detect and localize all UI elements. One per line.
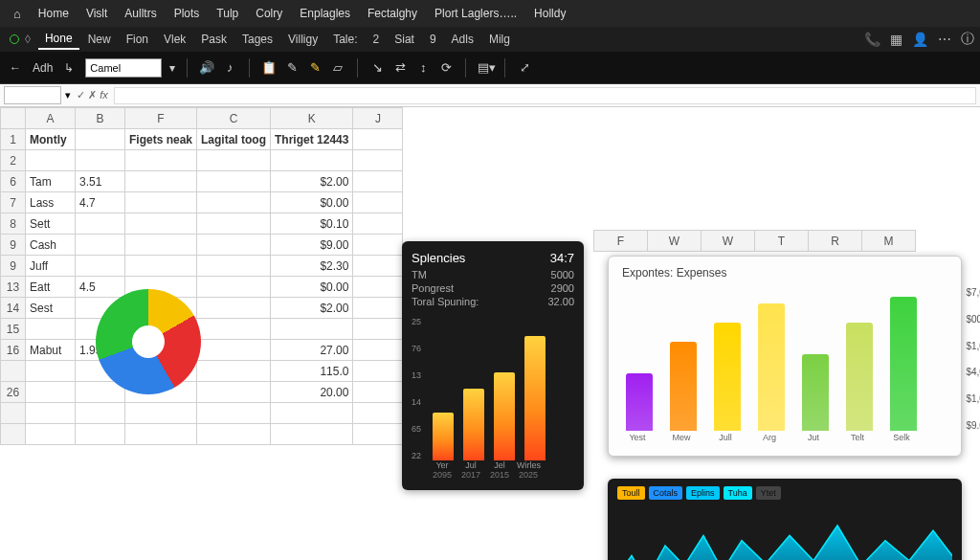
name-box[interactable] — [4, 86, 61, 104]
cell[interactable] — [26, 382, 76, 403]
cell[interactable]: $2.30 — [271, 256, 353, 277]
cell[interactable]: Montly — [26, 129, 76, 150]
cell[interactable] — [197, 171, 271, 192]
cell[interactable]: Sest — [26, 298, 76, 319]
cell[interactable] — [197, 403, 271, 424]
cell[interactable]: Mabut — [26, 340, 76, 361]
cell[interactable] — [197, 298, 271, 319]
row-header[interactable]: 14 — [1, 298, 26, 319]
cell[interactable]: Lagital toog — [197, 129, 271, 150]
cell[interactable] — [271, 319, 353, 340]
cell[interactable] — [26, 361, 76, 382]
cell[interactable] — [26, 150, 76, 171]
cell[interactable] — [353, 361, 403, 382]
fx-icon[interactable]: ✓ ✗ fx — [71, 89, 114, 101]
menu2-item-8[interactable]: 2 — [367, 30, 387, 49]
grid-icon[interactable]: ▦ — [890, 32, 902, 47]
zoom-icon[interactable]: ⤢ — [517, 60, 532, 75]
cell[interactable] — [76, 235, 125, 256]
cell[interactable] — [76, 129, 125, 150]
cell[interactable]: Tam — [26, 171, 76, 192]
menu2-item-7[interactable]: Tale: — [326, 30, 364, 49]
cell[interactable]: 115.0 — [271, 361, 353, 382]
col-header[interactable]: R — [809, 231, 862, 252]
cell[interactable] — [353, 424, 403, 445]
tool-b-icon[interactable]: ↕ — [415, 60, 431, 75]
cell[interactable] — [197, 256, 271, 277]
menu2-item-6[interactable]: Villigy — [281, 30, 324, 49]
cell[interactable] — [197, 382, 271, 403]
cell[interactable] — [353, 382, 403, 403]
more-icon[interactable]: ⋯ — [938, 32, 951, 47]
row-header[interactable]: 8 — [1, 213, 26, 235]
cell[interactable] — [197, 277, 271, 298]
cell[interactable] — [197, 213, 271, 235]
eraser-icon[interactable]: ▱ — [330, 60, 345, 75]
cell[interactable]: Juff — [26, 256, 76, 277]
highlight-icon[interactable]: ✎ — [307, 60, 323, 75]
menu2-item-5[interactable]: Tages — [235, 30, 279, 49]
expenses-card[interactable]: Expontes: Expenses $7,000$0000$1,000$4,0… — [608, 256, 962, 457]
tool-a-icon[interactable]: ⇄ — [392, 60, 408, 75]
forward-button[interactable]: ↳ — [60, 59, 78, 77]
legend-item[interactable]: Cotals — [649, 486, 683, 500]
menu1-item-4[interactable]: Tulp — [209, 3, 246, 24]
row-header[interactable] — [1, 424, 26, 445]
row-header[interactable] — [1, 361, 26, 382]
cell[interactable] — [197, 340, 271, 361]
cell[interactable] — [271, 403, 353, 424]
phone-icon[interactable]: 📞 — [864, 32, 880, 47]
row-header[interactable]: 1 — [1, 129, 26, 150]
tool-c-icon[interactable]: ⟳ — [438, 60, 454, 75]
legend-item[interactable]: Eplins — [686, 486, 720, 500]
col-header[interactable]: F — [594, 231, 648, 252]
legend-item[interactable]: Tuha — [724, 486, 752, 500]
cell[interactable]: Sett — [26, 213, 76, 235]
col-header[interactable]: K — [271, 108, 353, 129]
cell[interactable] — [353, 256, 403, 277]
cell[interactable] — [353, 340, 403, 361]
cell[interactable]: Cash — [26, 235, 76, 256]
row-header[interactable]: 9 — [1, 256, 26, 277]
edit-icon[interactable]: ✎ — [284, 60, 300, 75]
col-header[interactable]: A — [26, 108, 76, 129]
menu1-item-0[interactable]: Home — [31, 3, 77, 24]
menu1-item-7[interactable]: Fectalghy — [360, 3, 425, 24]
menu2-item-1[interactable]: New — [81, 30, 118, 49]
cell[interactable] — [353, 192, 403, 213]
mute-icon[interactable]: ♪ — [222, 60, 237, 75]
row-header[interactable]: 9 — [1, 235, 26, 256]
menu1-item-6[interactable]: Enplagles — [292, 3, 358, 24]
cell[interactable] — [125, 256, 197, 277]
cell[interactable]: Thriget 12443 — [271, 129, 353, 150]
row-header[interactable] — [1, 403, 26, 424]
cell[interactable] — [76, 403, 125, 424]
row-header[interactable]: 15 — [1, 319, 26, 340]
area-chart-card[interactable]: ToullCotalsEplinsTuhaYtet TozsJullCiSpTZ… — [608, 479, 962, 560]
cell[interactable]: 3.51 — [76, 171, 125, 192]
cell[interactable] — [76, 256, 125, 277]
cell[interactable]: 20.00 — [271, 382, 353, 403]
cell[interactable] — [125, 403, 197, 424]
cell[interactable]: $9.00 — [271, 235, 353, 256]
cell[interactable] — [125, 171, 197, 192]
cell[interactable]: 27.00 — [271, 340, 353, 361]
row-header[interactable]: 26 — [1, 382, 26, 403]
cell[interactable]: $2.00 — [271, 298, 353, 319]
menu2-item-0[interactable]: Hone — [38, 29, 79, 50]
menu2-item-4[interactable]: Pask — [194, 30, 234, 49]
worksheet[interactable]: ABFCKJ1MontlyFigets neakLagital toogThri… — [0, 107, 980, 560]
cell[interactable] — [353, 171, 403, 192]
menu2-item-2[interactable]: Fion — [120, 30, 155, 49]
col-header[interactable]: T — [755, 231, 809, 252]
cell[interactable]: Eatt — [26, 277, 76, 298]
chart-icon[interactable]: ▤▾ — [478, 60, 493, 75]
cell[interactable] — [125, 150, 197, 171]
col-header[interactable]: M — [862, 231, 916, 252]
row-header[interactable]: 13 — [1, 277, 26, 298]
menu1-item-2[interactable]: Aulltrs — [117, 3, 164, 24]
cell[interactable] — [197, 424, 271, 445]
menu2-item-10[interactable]: 9 — [423, 30, 443, 49]
cell[interactable]: Figets neak — [125, 129, 197, 150]
cell[interactable] — [125, 424, 197, 445]
